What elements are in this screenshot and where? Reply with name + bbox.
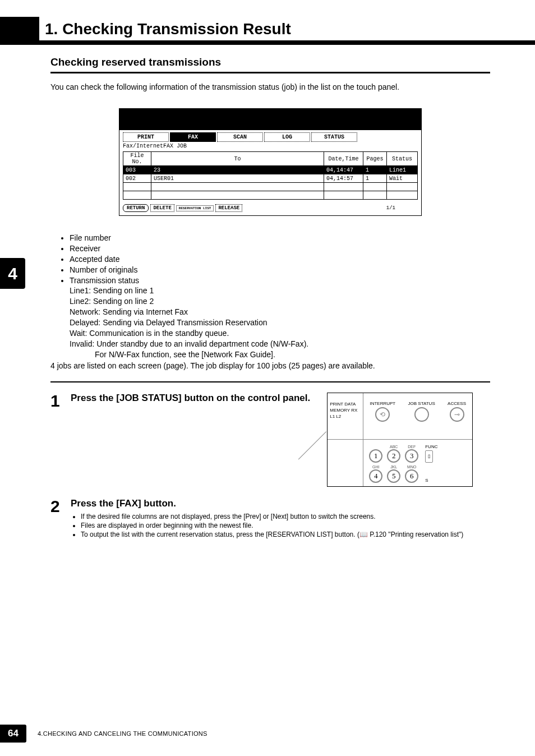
list-item: Transmission status [70,275,490,286]
list-item: Files are displayed in order beginning w… [81,522,490,529]
step-title: Press the [FAX] button. [71,498,490,509]
interrupt-button[interactable]: INTERRUPT ⟲ [370,401,395,422]
interrupt-icon: ⟲ [375,407,390,422]
status-line2: Line2: Sending on line 2 [70,296,490,307]
job-type-label: Fax/InternetFAX JOB [119,142,421,150]
status-definitions: Line1: Sending on line 1 Line2: Sending … [70,285,490,359]
panel-indicator-area: PRINT DATA MEMORY RX L1 L2 [328,393,363,439]
job-table: File No. To Date,Time Pages Status 003 2… [123,151,418,200]
reservation-list-button[interactable]: RESERVATION LIST [176,205,214,211]
table-row[interactable] [123,183,418,191]
closing-text: 4 jobs are listed on each screen (page).… [50,361,490,370]
key-1[interactable]: 1 [369,445,382,463]
step-1: 1 Press the [JOB STATUS] button on the c… [50,393,490,487]
col-status: Status [387,152,418,166]
page-number: 64 [0,725,26,743]
chapter-title: 1. Checking Transmission Result [45,20,291,38]
list-item: Accepted date [70,254,490,265]
status-invalid-note: For N/W-Fax function, see the [Network F… [95,349,490,360]
key-4[interactable]: GHI4 [369,465,382,483]
key-5[interactable]: JKL5 [387,465,400,483]
control-panel-illustration: PRINT DATA MEMORY RX L1 L2 INTERRUPT ⟲ J… [327,393,473,487]
info-bullet-list: File number Receiver Accepted date Numbe… [62,233,490,285]
touch-panel-screenshot: PRINT FAX SCAN LOG STATUS Fax/InternetFA… [119,108,422,216]
delete-button[interactable]: DELETE [150,204,174,212]
list-item: To output the list with the current rese… [81,531,490,538]
status-line1: Line1: Sending on line 1 [70,285,490,296]
footer-chapter-title: 4.CHECKING AND CANCELING THE COMMUNICATI… [38,730,207,737]
col-to: To [151,152,324,166]
tab-log[interactable]: LOG [264,132,310,142]
chapter-header: 1. Checking Transmission Result [0,17,535,45]
step-number: 1 [50,393,65,487]
step-notes: If the desired file columns are not disp… [73,513,490,538]
col-pages: Pages [363,152,387,166]
status-invalid: Invalid: Under standby due to an invalid… [70,339,490,349]
step-number: 2 [50,498,65,540]
return-button[interactable]: RETURN [123,204,149,212]
job-status-icon [414,407,429,422]
key-2[interactable]: ABC2 [387,445,400,463]
table-row[interactable]: 003 23 04,14:47 1 Line1 [123,166,418,174]
function-button[interactable]: FUNC ▯ [425,444,437,463]
col-file-no: File No. [123,152,151,166]
tab-fax[interactable]: FAX [170,132,216,142]
list-item: File number [70,233,490,243]
tab-scan[interactable]: SCAN [217,132,263,142]
numeric-keypad: 1 ABC2 DEF3 FUNC ▯ GHI4 JKL5 MNO6 [363,440,472,486]
table-row[interactable]: 002 USER01 04,14:57 1 Wait [123,174,418,183]
section-subheading: Checking reserved transmissions [50,56,490,73]
key-icon: ⊸ [450,407,464,422]
col-date-time: Date,Time [324,152,363,166]
list-item: Receiver [70,243,490,254]
table-row[interactable] [123,191,418,200]
page-footer: 64 4.CHECKING AND CANCELING THE COMMUNIC… [0,725,207,743]
key-6[interactable]: MNO6 [405,465,418,483]
page-indicator: 1/1 [386,205,395,211]
panel-display-corner [328,440,363,486]
key-3[interactable]: DEF3 [405,445,418,463]
step-title: Press the [JOB STATUS] button on the con… [71,393,310,404]
tab-print[interactable]: PRINT [123,132,169,142]
chapter-side-tab: 4 [0,258,25,289]
list-item: Number of originals [70,265,490,275]
status-delayed: Delayed: Sending via Delayed Transmissio… [70,317,490,328]
list-item: If the desired file columns are not disp… [81,513,490,520]
section-intro: You can check the following information … [50,82,490,91]
release-button[interactable]: RELEASE [215,204,242,212]
s-label: S [425,478,428,483]
tab-status[interactable]: STATUS [311,132,357,142]
status-network: Network: Sending via Internet Fax [70,307,490,317]
step-2: 2 Press the [FAX] button. If the desired… [50,498,490,540]
access-button[interactable]: ACCESS ⊸ [448,401,466,422]
status-wait: Wait: Communication is in the standby qu… [70,328,490,339]
job-status-button[interactable]: JOB STATUS [408,401,435,422]
